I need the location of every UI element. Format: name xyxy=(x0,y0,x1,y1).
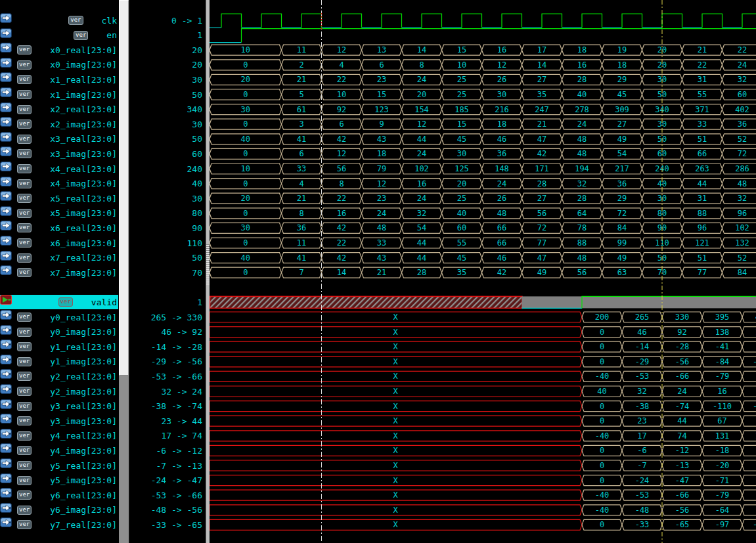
wave-row-y6_real[23:0][interactable]: X-40-53-66-79-92 xyxy=(210,490,756,500)
bus-value: 54 xyxy=(417,223,426,232)
signal-row-valid[interactable]: vervalid xyxy=(0,295,118,309)
wave-row-x6_real[23:0][interactable]: 303642485460667278849096102 xyxy=(210,223,756,233)
signal-row-x0_imag[23:0][interactable]: verx0_imag[23:0] xyxy=(0,58,118,72)
signal-value: -7 -> -13 xyxy=(156,461,202,471)
bus-value: 52 xyxy=(738,135,747,144)
wave-row-y5_real[23:0][interactable]: X0-7-13-20-26 xyxy=(210,460,756,471)
scrollbar-thumb[interactable] xyxy=(119,0,129,376)
wave-row-x4_real[23:0][interactable]: 10335679102125148171194217240263286 xyxy=(210,163,756,174)
wave-row-x1_real[23:0][interactable]: 20212223242526272829303132 xyxy=(210,74,756,85)
input-port-icon xyxy=(35,90,47,100)
signal-row-x6_imag[23:0][interactable]: verx6_imag[23:0] xyxy=(0,236,118,250)
signal-row-y6_imag[23:0][interactable]: very6_imag[23:0] xyxy=(0,503,118,517)
signal-row-clk[interactable]: verclk xyxy=(0,13,118,28)
names-scrollbar[interactable] xyxy=(119,0,130,543)
signal-row-y2_imag[23:0][interactable]: very2_imag[23:0] xyxy=(0,384,118,399)
bus-value: 15 xyxy=(457,119,466,129)
signal-row-y1_imag[23:0][interactable]: very1_imag[23:0] xyxy=(0,355,118,369)
signal-row-x4_real[23:0][interactable]: verx4_real[23:0] xyxy=(0,162,118,176)
bus-value: 29 xyxy=(617,194,627,203)
bus-value: 36 xyxy=(497,149,506,158)
wave-row-y2_imag[23:0][interactable]: X403224168 xyxy=(210,386,756,397)
ver-badge: ver xyxy=(17,135,32,144)
wave-row-x3_imag[23:0][interactable]: 061218243036424854606672 xyxy=(210,148,756,159)
wave-row-y7_real[23:0][interactable]: X0-33-65-97-129 xyxy=(210,519,756,530)
signal-row-y3_real[23:0][interactable]: very3_real[23:0] xyxy=(0,399,118,414)
wave-row-x7_imag[23:0][interactable]: 071421283542495663707784 xyxy=(210,267,756,278)
input-port-icon xyxy=(35,119,47,129)
wave-row-x4_imag[23:0][interactable]: 04812162024283236404448 xyxy=(210,179,756,189)
bus-value: 60 xyxy=(457,223,466,232)
wave-row-x1_imag[23:0][interactable]: 051015202530354045505560 xyxy=(210,89,756,100)
signal-row-x5_imag[23:0][interactable]: verx5_imag[23:0] xyxy=(0,206,118,221)
wave-row-x2_imag[23:0][interactable]: 0369121518212427303336 xyxy=(210,119,756,129)
signal-value-row-clk: 0 -> 1 xyxy=(130,13,206,28)
wave-row-x5_real[23:0][interactable]: 20212223242526272829303132 xyxy=(210,193,756,204)
wave-row-y5_imag[23:0][interactable]: X0-24-47-71-94 xyxy=(210,475,756,486)
bus-value: 56 xyxy=(577,268,587,277)
wave-row-y0_imag[23:0][interactable]: X04692138184 xyxy=(210,327,756,337)
signal-name: y4_real[23:0] xyxy=(50,431,117,441)
wave-row-x0_real[23:0][interactable]: 10111213141516171819202122 xyxy=(210,45,756,55)
wave-row-y0_real[23:0][interactable]: X200265330395460 xyxy=(210,312,756,322)
signal-row-y2_real[23:0][interactable]: very2_real[23:0] xyxy=(0,369,118,383)
wave-row-y1_imag[23:0][interactable]: X0-29-56-84-112 xyxy=(210,357,756,367)
wave-row-y4_real[23:0][interactable]: X-401774131188 xyxy=(210,431,756,441)
signal-row-y4_real[23:0][interactable]: very4_real[23:0] xyxy=(0,429,118,443)
signal-row-x3_imag[23:0][interactable]: verx3_imag[23:0] xyxy=(0,146,118,161)
signal-row-x1_real[23:0][interactable]: verx1_real[23:0] xyxy=(0,72,118,87)
wave-row-x0_imag[23:0][interactable]: 024681012141618202224 xyxy=(210,60,756,70)
wave-row-x7_real[23:0][interactable]: 40414243444546474849505152 xyxy=(210,253,756,263)
bus-value: 9 xyxy=(379,119,384,129)
signal-row-y0_real[23:0][interactable]: very0_real[23:0] xyxy=(0,310,118,324)
bus-value: 66 xyxy=(497,223,506,232)
bus-value: 48 xyxy=(377,223,386,232)
wave-row-x3_real[23:0][interactable]: 40414243444546474849505152 xyxy=(210,134,756,144)
bus-value: 14 xyxy=(537,60,546,70)
bus-value: -71 xyxy=(715,476,730,485)
signal-row-x4_imag[23:0][interactable]: verx4_imag[23:0] xyxy=(0,177,118,191)
signal-row-x7_real[23:0][interactable]: verx7_real[23:0] xyxy=(0,251,118,265)
output-port-icon xyxy=(35,372,47,381)
wave-row-y6_imag[23:0][interactable]: X-40-48-56-64-72 xyxy=(210,505,756,515)
bus-unknown-label: X xyxy=(393,520,398,529)
wave-row-y4_imag[23:0][interactable]: X0-6-12-18-24 xyxy=(210,445,756,456)
signal-row-y0_imag[23:0][interactable]: very0_imag[23:0] xyxy=(0,325,118,339)
signal-row-x1_imag[23:0][interactable]: verx1_imag[23:0] xyxy=(0,87,118,102)
wave-row-valid[interactable] xyxy=(210,296,756,308)
wave-row-y3_imag[23:0][interactable]: X023446789 xyxy=(210,416,756,426)
bus-value: 0 xyxy=(243,179,248,188)
bus-value: 45 xyxy=(457,253,466,263)
wave-row-en[interactable] xyxy=(210,29,756,43)
wave-row-y1_real[23:0][interactable]: X0-14-28-41-55 xyxy=(210,341,756,352)
signal-row-x2_real[23:0][interactable]: verx2_real[23:0] xyxy=(0,102,118,117)
signal-row-x3_real[23:0][interactable]: verx3_real[23:0] xyxy=(0,132,118,146)
signal-row-y5_real[23:0][interactable]: very5_real[23:0] xyxy=(0,458,118,473)
bus-value: -47 xyxy=(675,476,690,485)
signal-row-y3_imag[23:0][interactable]: very3_imag[23:0] xyxy=(0,414,118,428)
wave-row-y2_real[23:0][interactable]: X-40-53-66-79-92 xyxy=(210,371,756,381)
signal-row-x5_real[23:0][interactable]: verx5_real[23:0] xyxy=(0,191,118,206)
signal-row-y1_real[23:0][interactable]: very1_real[23:0] xyxy=(0,339,118,354)
wave-row-x6_imag[23:0][interactable]: 0112233445566778899110121132 xyxy=(210,238,756,248)
signal-row-en[interactable]: veren xyxy=(0,28,118,43)
signal-row-y6_real[23:0][interactable]: very6_real[23:0] xyxy=(0,488,118,502)
signal-names-panel: verclkverenverx0_real[23:0]verx0_imag[23… xyxy=(0,0,118,543)
signal-row-x6_real[23:0][interactable]: verx6_real[23:0] xyxy=(0,221,118,235)
signal-row-x2_imag[23:0][interactable]: verx2_imag[23:0] xyxy=(0,117,118,131)
signal-row-y4_imag[23:0][interactable]: very4_imag[23:0] xyxy=(0,443,118,458)
wave-row-x5_imag[23:0][interactable]: 081624324048566472808896 xyxy=(210,208,756,219)
wave-row-clk[interactable] xyxy=(210,14,756,28)
bus-value: 31 xyxy=(698,194,707,203)
signal-row-y5_imag[23:0][interactable]: very5_imag[23:0] xyxy=(0,473,118,488)
signal-value-row-y1_real[23:0]: -14 -> -28 xyxy=(130,339,206,354)
bus-value: 17 xyxy=(537,45,546,54)
signal-row-x0_real[23:0][interactable]: verx0_real[23:0] xyxy=(0,43,118,57)
wave-row-x2_real[23:0][interactable]: 306192123154185216247278309340371402 xyxy=(210,104,756,115)
signal-row-y7_real[23:0][interactable]: very7_real[23:0] xyxy=(0,517,118,532)
wave-row-y3_real[23:0][interactable]: X0-38-74-110-146 xyxy=(210,401,756,412)
signal-row-x7_imag[23:0][interactable]: verx7_imag[23:0] xyxy=(0,265,118,280)
bus-value: 0 xyxy=(600,446,604,455)
bus-unknown-label: X xyxy=(393,416,398,425)
bus-value: -24 xyxy=(635,476,650,485)
